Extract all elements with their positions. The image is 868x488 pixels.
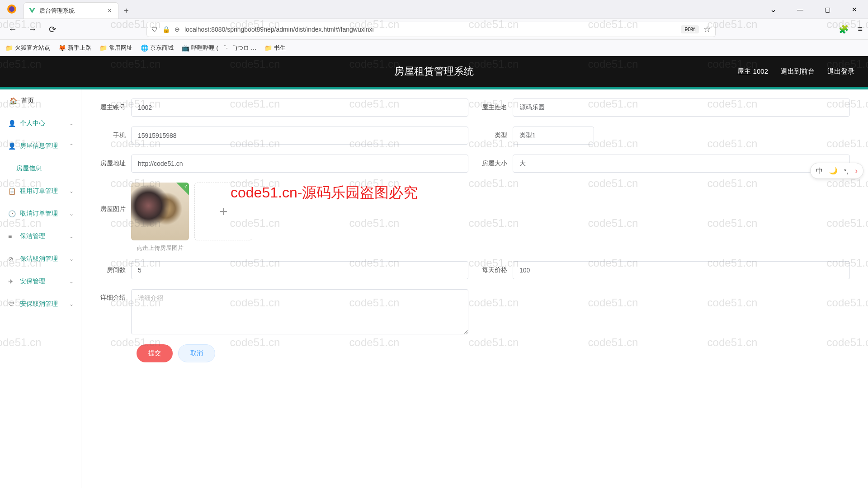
upload-add-button[interactable]: + — [194, 183, 252, 240]
bookmark-item[interactable]: 📁常用网址 — [99, 44, 132, 52]
vue-favicon-icon — [28, 7, 36, 14]
user-icon: 👤 — [8, 142, 15, 150]
size-label: 房屋大小 — [481, 160, 513, 168]
bookmarks-bar: 📁火狐官方站点 🦊新手上路 📁常用网址 🌐京东商城 📺哔哩哔哩 ( ゜- ゜)つ… — [0, 40, 868, 56]
new-tab-button[interactable]: + — [118, 6, 134, 16]
chevron-down-icon: ⌄ — [69, 188, 74, 194]
price-label: 每天价格 — [481, 266, 513, 274]
tab-title: 后台管理系统 — [39, 7, 102, 15]
refresh-button[interactable]: ⟳ — [45, 22, 60, 37]
clock-icon: 🕐 — [8, 210, 15, 217]
submit-button[interactable]: 提交 — [137, 344, 173, 362]
user-icon: 👤 — [8, 120, 15, 127]
chevron-down-icon: ⌄ — [69, 120, 74, 127]
bookmark-item[interactable]: 📺哔哩哔哩 ( ゜- ゜)つロ … — [182, 44, 256, 52]
sidebar-personal[interactable]: 👤个人中心⌄ — [0, 112, 81, 135]
tab-close-icon[interactable]: × — [106, 7, 113, 15]
chevron-down-icon: ⌄ — [69, 301, 74, 307]
size-input[interactable] — [513, 155, 850, 173]
ime-float-pill[interactable]: 中 🌙 °, › — [810, 163, 863, 179]
window-controls: ⌄ — ▢ ✕ — [760, 0, 868, 19]
firefox-icon — [5, 2, 19, 16]
phone-label: 手机 — [99, 131, 131, 140]
send-icon: ✈ — [8, 278, 15, 285]
bookmark-item[interactable]: 📁书生 — [264, 44, 286, 52]
extensions-icon[interactable]: 🧩 — [839, 24, 849, 34]
chevron-down-icon: ⌄ — [69, 211, 74, 217]
url-bar-row: ← → ⟳ 🛡 🔒 ⊖ localhost:8080/springboot89n… — [0, 19, 868, 40]
sidebar-rent-order[interactable]: 📋租用订单管理⌄ — [0, 180, 81, 202]
sidebar-house-info-sub[interactable]: 房屋信息 — [0, 157, 81, 180]
browser-tab[interactable]: 后台管理系统 × — [24, 2, 118, 19]
permission-icon[interactable]: ⊖ — [175, 26, 180, 33]
user-label[interactable]: 屋主 1002 — [737, 67, 768, 76]
upload-success-icon — [176, 183, 189, 195]
minimize-button[interactable]: — — [787, 0, 814, 19]
image-label: 房屋图片 — [99, 183, 131, 213]
logout-link[interactable]: 退出登录 — [827, 67, 854, 76]
bookmark-item[interactable]: 🦊新手上路 — [58, 44, 91, 52]
app-header: 房屋租赁管理系统 屋主 1002 退出到前台 退出登录 — [0, 56, 868, 87]
address-label: 房屋地址 — [99, 160, 131, 168]
chevron-right-icon[interactable]: › — [855, 166, 858, 176]
list-icon: ≡ — [8, 233, 15, 240]
bookmark-star-icon[interactable]: ☆ — [703, 24, 711, 34]
sidebar-cancel-order[interactable]: 🕐取消订单管理⌄ — [0, 202, 81, 225]
owner-name-label: 屋主姓名 — [481, 103, 513, 112]
app-title: 房屋租赁管理系统 — [394, 65, 474, 78]
ime-punct-icon[interactable]: °, — [844, 167, 849, 175]
cancel-icon: ⊘ — [8, 255, 15, 263]
chevron-down-icon: ⌄ — [69, 278, 74, 285]
uploaded-image-thumb[interactable] — [131, 183, 189, 240]
price-input[interactable] — [513, 261, 850, 279]
type-select[interactable] — [513, 127, 594, 145]
detail-label: 详细介绍 — [99, 289, 131, 302]
sidebar-cleaning[interactable]: ≡保洁管理⌄ — [0, 225, 81, 248]
chevron-down-icon: ⌄ — [69, 256, 74, 262]
home-icon: 🏠 — [9, 97, 17, 104]
browser-tab-bar: 后台管理系统 × + ⌄ — ▢ ✕ — [0, 0, 868, 19]
sidebar: 🏠首页 👤个人中心⌄ 👤房屋信息管理⌃ 房屋信息 📋租用订单管理⌄ 🕐取消订单管… — [0, 89, 81, 488]
ime-lang[interactable]: 中 — [816, 167, 823, 175]
rooms-input[interactable] — [131, 261, 468, 279]
chevron-up-icon: ⌃ — [69, 143, 74, 149]
zoom-badge[interactable]: 90% — [681, 25, 699, 33]
bookmark-item[interactable]: 📁火狐官方站点 — [5, 44, 50, 52]
lock-icon[interactable]: 🔒 — [162, 26, 170, 33]
url-bar[interactable]: 🛡 🔒 ⊖ localhost:8080/springboot89nep/adm… — [146, 22, 716, 37]
forward-button[interactable]: → — [25, 22, 40, 37]
form-content: 屋主账号 屋主姓名 手机 类型 房屋地址 房屋大小 房屋图片 + 点击上传房屋图… — [81, 89, 868, 488]
chevron-down-icon: ⌄ — [69, 233, 74, 239]
owner-account-label: 屋主账号 — [99, 103, 131, 112]
svg-point-1 — [9, 6, 14, 12]
rooms-label: 房间数 — [99, 266, 131, 274]
exit-front-link[interactable]: 退出到前台 — [781, 67, 815, 76]
tabs-dropdown-icon[interactable]: ⌄ — [760, 0, 787, 19]
menu-icon[interactable]: ≡ — [858, 24, 863, 34]
shield-icon[interactable]: 🛡 — [151, 26, 158, 33]
sidebar-home[interactable]: 🏠首页 — [0, 89, 81, 112]
clipboard-icon: 📋 — [8, 188, 15, 195]
url-text: localhost:8080/springboot89nep/admin/dis… — [184, 26, 676, 33]
detail-textarea[interactable] — [131, 289, 468, 334]
type-label: 类型 — [481, 131, 513, 140]
sidebar-security[interactable]: ✈安保管理⌄ — [0, 270, 81, 293]
owner-name-input[interactable] — [513, 99, 850, 117]
upload-hint: 点击上传房屋图片 — [137, 244, 850, 252]
moon-icon[interactable]: 🌙 — [829, 167, 838, 175]
back-button[interactable]: ← — [5, 22, 20, 37]
close-button[interactable]: ✕ — [841, 0, 868, 19]
sidebar-security-cancel[interactable]: 🛡安保取消管理⌄ — [0, 293, 81, 315]
phone-input[interactable] — [131, 127, 468, 145]
cancel-button[interactable]: 取消 — [178, 344, 215, 362]
bookmark-item[interactable]: 🌐京东商城 — [141, 44, 174, 52]
sidebar-house-info[interactable]: 👤房屋信息管理⌃ — [0, 135, 81, 157]
sidebar-cleaning-cancel[interactable]: ⊘保洁取消管理⌄ — [0, 248, 81, 270]
address-input[interactable] — [131, 155, 468, 173]
owner-account-input[interactable] — [131, 99, 468, 117]
maximize-button[interactable]: ▢ — [814, 0, 841, 19]
shield-icon: 🛡 — [8, 300, 15, 308]
